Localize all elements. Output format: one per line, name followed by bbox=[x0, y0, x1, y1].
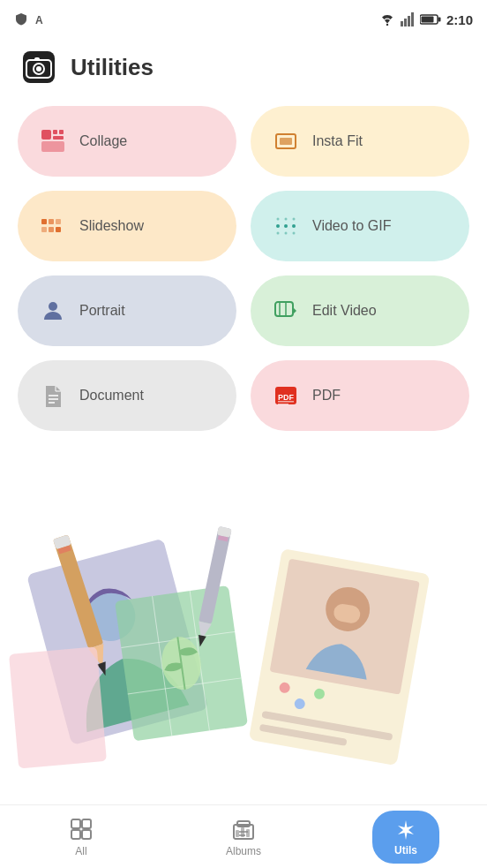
svg-rect-41 bbox=[278, 401, 294, 403]
svg-point-24 bbox=[284, 224, 288, 228]
nav-albums-label: Albums bbox=[226, 845, 261, 857]
svg-rect-4 bbox=[438, 18, 440, 22]
svg-rect-33 bbox=[275, 302, 293, 316]
shield-icon bbox=[14, 12, 28, 26]
pdf-icon: PDF bbox=[272, 381, 300, 410]
svg-rect-18 bbox=[49, 219, 54, 224]
page-header: Utilities bbox=[0, 39, 487, 99]
svg-rect-13 bbox=[53, 136, 64, 140]
collage-button[interactable]: Collage bbox=[18, 106, 236, 177]
collage-label: Collage bbox=[79, 133, 127, 149]
instafit-label: Insta Fit bbox=[312, 133, 363, 149]
collage-icon bbox=[39, 127, 67, 155]
svg-rect-22 bbox=[56, 227, 61, 232]
svg-rect-71 bbox=[9, 646, 107, 768]
pdf-button[interactable]: PDF PDF bbox=[251, 360, 469, 431]
svg-point-23 bbox=[276, 224, 280, 228]
svg-point-27 bbox=[285, 218, 288, 221]
svg-point-8 bbox=[36, 66, 41, 72]
svg-point-30 bbox=[285, 232, 288, 235]
svg-rect-10 bbox=[41, 130, 51, 140]
utilities-grid: Collage Insta Fit Slideshow bbox=[0, 99, 487, 438]
svg-point-25 bbox=[292, 224, 296, 228]
videogif-icon bbox=[272, 212, 300, 240]
svg-point-32 bbox=[49, 302, 57, 311]
nav-albums[interactable]: Albums bbox=[162, 817, 325, 857]
videogif-label: Video to GIF bbox=[312, 218, 392, 234]
svg-rect-17 bbox=[41, 219, 47, 224]
battery-icon bbox=[420, 13, 441, 26]
svg-rect-83 bbox=[246, 829, 250, 837]
svg-point-26 bbox=[277, 218, 280, 221]
illustration-area bbox=[0, 522, 487, 804]
status-left-icons: A bbox=[14, 12, 48, 26]
status-right-icons: 2:10 bbox=[379, 12, 473, 27]
svg-rect-20 bbox=[41, 227, 47, 232]
svg-rect-19 bbox=[56, 219, 61, 224]
portrait-label: Portrait bbox=[79, 303, 125, 319]
portrait-button[interactable]: Portrait bbox=[18, 275, 236, 346]
bottom-nav: All Albums U bbox=[0, 804, 487, 868]
svg-text:PDF: PDF bbox=[278, 393, 295, 402]
nav-all-label: All bbox=[75, 845, 86, 857]
svg-rect-16 bbox=[280, 138, 292, 145]
svg-point-29 bbox=[277, 232, 280, 235]
nav-utils[interactable]: Utils bbox=[325, 811, 487, 864]
portrait-icon bbox=[39, 297, 67, 325]
svg-point-28 bbox=[293, 218, 296, 221]
svg-rect-42 bbox=[278, 404, 288, 405]
editvideo-icon bbox=[272, 297, 300, 325]
editvideo-label: Edit Video bbox=[312, 303, 377, 319]
nav-all[interactable]: All bbox=[0, 817, 162, 857]
utils-icon bbox=[393, 818, 418, 842]
svg-rect-14 bbox=[41, 141, 64, 152]
svg-text:A: A bbox=[35, 14, 43, 26]
svg-point-31 bbox=[293, 232, 296, 235]
slideshow-label: Slideshow bbox=[79, 218, 144, 234]
svg-point-1 bbox=[386, 24, 388, 26]
time-display: 2:10 bbox=[446, 12, 473, 27]
all-icon bbox=[69, 817, 94, 842]
camera-icon bbox=[21, 49, 56, 85]
instafit-icon bbox=[272, 127, 300, 155]
illustration-svg bbox=[0, 522, 487, 804]
svg-rect-73 bbox=[82, 819, 91, 828]
svg-rect-75 bbox=[82, 830, 91, 839]
svg-rect-3 bbox=[421, 17, 433, 23]
document-button[interactable]: Document bbox=[18, 360, 236, 431]
svg-rect-74 bbox=[71, 830, 80, 839]
albums-icon bbox=[231, 817, 256, 842]
page-title: Utilities bbox=[71, 54, 154, 81]
svg-rect-11 bbox=[53, 130, 57, 134]
svg-rect-12 bbox=[59, 130, 64, 134]
editvideo-button[interactable]: Edit Video bbox=[251, 275, 469, 346]
status-bar: A 2:10 bbox=[0, 0, 487, 39]
slideshow-icon bbox=[39, 212, 67, 240]
svg-rect-81 bbox=[236, 830, 239, 837]
svg-rect-82 bbox=[241, 827, 244, 837]
nav-utils-label: Utils bbox=[394, 844, 417, 857]
videogif-button[interactable]: Video to GIF bbox=[251, 191, 469, 261]
svg-rect-9 bbox=[34, 57, 40, 61]
pdf-label: PDF bbox=[312, 388, 341, 404]
wifi-icon bbox=[379, 13, 395, 26]
slideshow-button[interactable]: Slideshow bbox=[18, 191, 236, 261]
instafit-button[interactable]: Insta Fit bbox=[251, 106, 469, 177]
document-icon bbox=[39, 381, 67, 410]
svg-rect-21 bbox=[49, 227, 54, 232]
a-icon: A bbox=[34, 12, 48, 26]
svg-rect-72 bbox=[71, 819, 80, 828]
signal-icon bbox=[401, 12, 415, 26]
document-label: Document bbox=[79, 388, 144, 404]
